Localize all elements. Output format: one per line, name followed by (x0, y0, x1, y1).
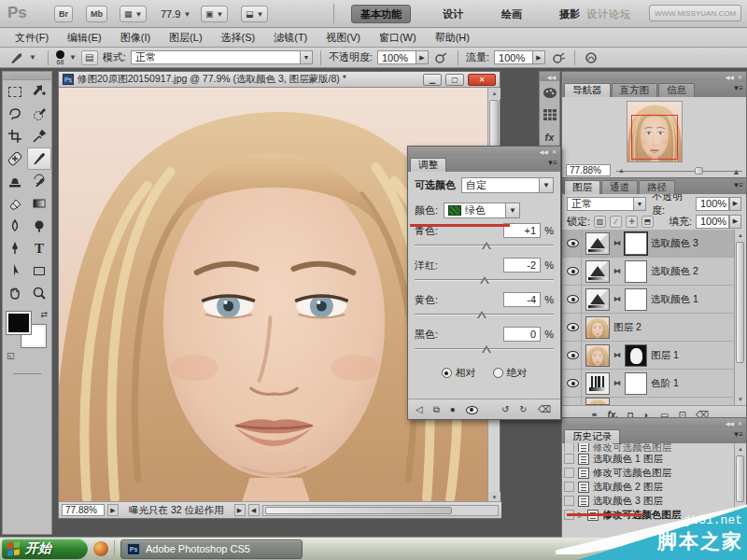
scroll-up-icon[interactable]: ▲ (735, 230, 746, 241)
layer-name[interactable]: 选取颜色 1 (651, 293, 698, 306)
visibility-toggle[interactable] (565, 230, 582, 257)
image-thumbnail[interactable] (585, 316, 610, 339)
tab-channels[interactable]: 通道 (601, 180, 638, 194)
yellow-value-field[interactable]: -4 (503, 292, 541, 307)
visibility-toggle[interactable] (565, 314, 582, 341)
layer-mask-thumbnail[interactable] (625, 260, 647, 283)
dock-header[interactable]: ◀◀ (540, 72, 559, 81)
layer-row-levels-1[interactable]: ⧓ 色阶 1 (562, 370, 746, 398)
reset-icon[interactable]: ↻ (519, 404, 527, 414)
tab-navigator[interactable]: 导航器 (564, 83, 611, 97)
layer-mask-thumbnail[interactable] (625, 372, 647, 395)
minimize-button[interactable]: ▁ (423, 74, 442, 86)
menu-edit[interactable]: 编辑(E) (58, 29, 111, 47)
brush-preset-picker[interactable]: ▼ (6, 51, 40, 64)
levels-thumbnail[interactable] (585, 372, 610, 395)
zoom-tool[interactable] (27, 282, 51, 304)
swatches-panel-icon-button[interactable] (540, 104, 559, 126)
history-source-checkbox[interactable] (564, 454, 574, 464)
move-tool[interactable] (27, 80, 51, 103)
dodge-tool[interactable] (27, 215, 51, 237)
document-title-bar[interactable]: Ps 修图20原图20150917.jpg @ 77.9% (选取颜色 3, 图… (59, 72, 500, 88)
layer-name[interactable]: 图层 1 (651, 349, 679, 362)
shape-tool[interactable] (27, 259, 51, 282)
scrollbar-thumb[interactable] (736, 455, 744, 502)
brush-tool[interactable] (27, 147, 51, 170)
healing-brush-tool[interactable] (3, 147, 27, 170)
cs-live-button[interactable]: WWW.MISSYUAN.COM (649, 5, 741, 21)
layer-mask-thumbnail[interactable] (625, 232, 647, 255)
panel-grip[interactable]: :::::::::::: (3, 72, 51, 80)
default-colors-icon[interactable]: ◱ (7, 351, 15, 360)
lock-transparency-icon[interactable]: ▨ (594, 216, 606, 228)
tab-histogram[interactable]: 直方图 (612, 83, 658, 97)
layer-name[interactable]: 图层 2 (613, 321, 641, 334)
menu-image[interactable]: 图像(I) (111, 29, 160, 47)
history-brush-tool[interactable] (27, 170, 51, 192)
quick-launch-icon[interactable] (93, 541, 108, 556)
lasso-tool[interactable] (3, 103, 27, 125)
scroll-down-icon[interactable]: ▼ (735, 394, 746, 405)
workspace-tab-painting[interactable]: 绘画 (493, 5, 530, 23)
blend-mode-select[interactable]: 正常 ▼ (131, 50, 313, 64)
workspace-tab-photography[interactable]: 摄影 (551, 5, 588, 23)
tab-layers[interactable]: 图层 (564, 180, 600, 194)
menu-select[interactable]: 选择(S) (212, 29, 265, 47)
layer-row-selective-1[interactable]: ⧓ 选取颜色 1 (562, 286, 746, 314)
scroll-up-icon[interactable]: ▲ (488, 88, 500, 99)
foreground-color-swatch[interactable] (7, 312, 31, 334)
photoshop-task-button[interactable]: Ps Adobe Photoshop CS5 (120, 539, 303, 559)
eraser-tool[interactable] (3, 192, 27, 215)
dock-header[interactable]: ◀◀✕ (408, 147, 560, 156)
layer-row-image-2[interactable]: 图层 2 (562, 314, 746, 342)
rectangular-marquee-tool[interactable] (3, 80, 27, 103)
relative-radio[interactable]: 相对 (442, 366, 476, 380)
slider-thumb[interactable] (477, 311, 486, 318)
color-select[interactable]: 绿色 ▼ (444, 203, 520, 218)
zoom-level-control[interactable]: 77.9▼ (161, 8, 190, 20)
delete-adjustment-icon[interactable]: ⌫ (538, 404, 551, 414)
pen-tool[interactable] (3, 237, 27, 259)
slider-thumb[interactable] (695, 167, 703, 175)
type-tool[interactable]: T (27, 237, 51, 259)
return-icon[interactable]: ◁ (416, 404, 423, 414)
close-icon[interactable]: ✕ (552, 148, 557, 155)
zoom-in-icon[interactable]: ▲ (732, 167, 740, 176)
menu-help[interactable]: 帮助(H) (426, 29, 479, 47)
view-extras-button[interactable]: ▦▼ (120, 6, 147, 22)
tablet-pressure-button[interactable] (583, 50, 599, 65)
horizontal-scrollbar[interactable] (262, 505, 499, 516)
expanded-view-icon[interactable]: ⧉ (433, 404, 440, 415)
menu-window[interactable]: 窗口(W) (370, 29, 426, 47)
maximize-button[interactable]: ▢ (445, 74, 464, 86)
magenta-slider[interactable] (415, 276, 554, 287)
layer-row-partial[interactable] (562, 398, 746, 405)
history-source-checkbox[interactable] (564, 496, 574, 506)
clone-stamp-tool[interactable] (3, 170, 27, 192)
history-item[interactable]: 选取颜色 2 图层 (562, 480, 746, 494)
history-source-checkbox[interactable] (564, 443, 574, 452)
navigator-zoom-slider[interactable]: ▲ ▲ (616, 166, 742, 175)
layer-name[interactable]: 选取颜色 3 (651, 237, 698, 250)
black-slider[interactable] (415, 345, 554, 357)
menu-view[interactable]: 视图(V) (317, 29, 370, 47)
swap-colors-icon[interactable]: ⇄ (40, 310, 48, 319)
tab-paths[interactable]: 路径 (639, 180, 675, 194)
menu-filter[interactable]: 滤镜(T) (264, 29, 317, 47)
gradient-tool[interactable] (27, 192, 51, 215)
selective-color-thumbnail[interactable] (585, 288, 610, 311)
history-item[interactable]: 修改可选颜色图层 (562, 466, 746, 480)
close-icon[interactable]: ✕ (738, 74, 742, 80)
flow-control[interactable]: 100% ▶ (494, 50, 545, 64)
image-thumbnail[interactable] (585, 398, 610, 405)
layer-name[interactable]: 色阶 1 (651, 377, 679, 390)
mini-bridge-button[interactable]: Mb (86, 6, 107, 22)
path-selection-tool[interactable] (3, 259, 27, 282)
blur-tool[interactable] (3, 215, 27, 237)
history-item-partial[interactable]: 修改可选颜色图层 (562, 443, 746, 452)
slider-thumb[interactable] (482, 345, 491, 353)
layer-fill-control[interactable]: 100% ▶ (696, 215, 741, 229)
panel-menu-icon[interactable]: ▼≡ (732, 430, 742, 439)
visibility-toggle[interactable] (565, 286, 582, 313)
navigator-zoom-field[interactable]: 77.88% (566, 164, 611, 176)
